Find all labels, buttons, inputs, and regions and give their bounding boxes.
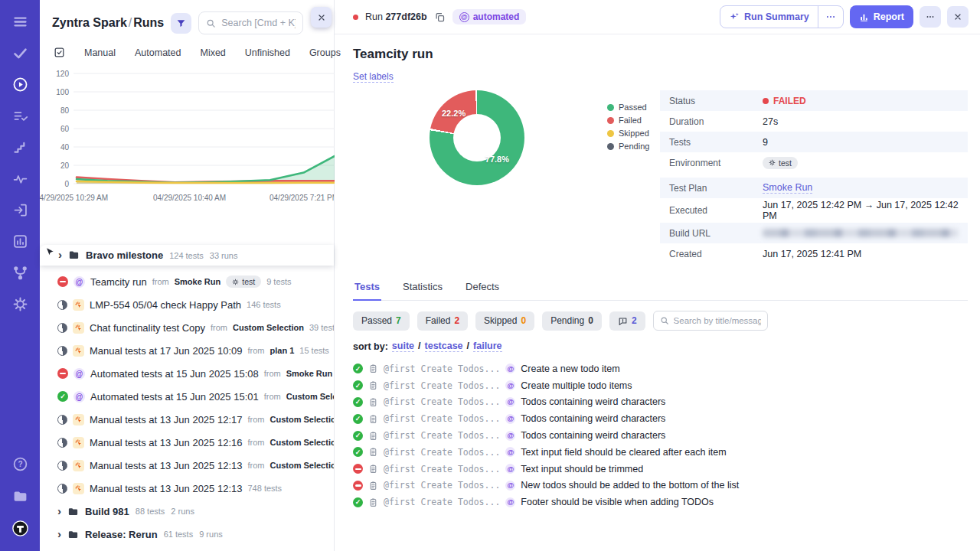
tests-search-input[interactable] — [674, 316, 761, 325]
milestone-row[interactable]: › Bravo milestone 124 tests 33 runs — [40, 245, 334, 266]
run-list-item[interactable]: Manual tests at 13 Jun 2025 12:16fromCus… — [40, 431, 334, 454]
test-row[interactable]: ✓@first Create Todos...@Todos containing… — [353, 410, 968, 427]
filter-pill-skipped[interactable]: Skipped0 — [475, 311, 534, 331]
bar-chart-icon[interactable] — [11, 232, 29, 250]
test-row[interactable]: @first Create Todos...@Text input should… — [353, 461, 968, 478]
test-row[interactable]: ✓@first Create Todos...@Text input field… — [353, 444, 968, 461]
test-row[interactable]: ✓@first Create Todos...@Todos containing… — [353, 394, 968, 411]
folder-icon — [68, 249, 80, 261]
run-list-item[interactable]: Chat functinality test CopyfromCustom Se… — [40, 316, 334, 339]
filter-pill-failed[interactable]: Failed2 — [417, 311, 468, 331]
tab-defects[interactable]: Defects — [464, 278, 501, 300]
run-list-item[interactable]: @Automated tests at 15 Jun 2025 15:08fro… — [40, 362, 334, 385]
play-circle-icon[interactable] — [11, 75, 29, 93]
gear-icon[interactable] — [11, 295, 29, 313]
runs-tab-manual[interactable]: Manual — [84, 47, 116, 58]
more-actions-button[interactable] — [920, 6, 941, 28]
filter-pill-pending[interactable]: Pending0 — [542, 311, 602, 331]
pulse-icon[interactable] — [11, 169, 29, 187]
run-list-item[interactable]: Manual tests at 13 Jun 2025 12:13748 tes… — [40, 477, 334, 500]
clipboard-icon — [368, 497, 378, 507]
folder-icon — [67, 506, 79, 517]
folder-runs-count: 2 runs — [171, 507, 194, 516]
filter-pill-comments[interactable]: 2 — [609, 311, 645, 331]
svg-text:0: 0 — [64, 180, 69, 188]
donut-failed-label: 22.2% — [442, 109, 466, 118]
svg-text:40: 40 — [60, 143, 70, 152]
run-source: Custom Selection — [270, 415, 334, 424]
run-item-title: Manual tests at 13 Jun 2025 12:13 — [90, 483, 242, 494]
copy-run-id-button[interactable] — [434, 11, 446, 23]
run-item-title: Manual tests at 17 Jun 2025 10:09 — [90, 345, 242, 357]
run-list-item[interactable]: Manual tests at 17 Jun 2025 10:09frompla… — [40, 339, 334, 362]
menu-icon[interactable] — [11, 12, 29, 31]
tab-statistics[interactable]: Statistics — [401, 278, 444, 300]
check-icon[interactable] — [11, 44, 29, 62]
set-labels-link[interactable]: Set labels — [353, 71, 394, 83]
tests-search[interactable] — [653, 311, 768, 331]
filter-pill-passed[interactable]: Passed7 — [353, 311, 410, 331]
chevron-right-icon[interactable]: › — [57, 528, 61, 540]
runs-tab-groups[interactable]: Groups — [309, 47, 341, 58]
branch-icon[interactable] — [11, 263, 29, 282]
folder-list-item[interactable]: ›Build 98188 tests2 runs — [40, 500, 334, 523]
runs-tab-mixed[interactable]: Mixed — [200, 47, 225, 58]
legend-item[interactable]: Failed — [607, 116, 649, 125]
sort-by-testcase[interactable]: testcase — [425, 341, 463, 352]
runs-tab-automated[interactable]: Automated — [135, 47, 181, 58]
run-list-item[interactable]: LMP-554 05/04 check Happy Path146 tests — [40, 293, 334, 316]
folder-list-item[interactable]: ›Release: Rerun61 tests9 runs — [40, 523, 334, 546]
steps-icon[interactable] — [11, 138, 29, 156]
test-row[interactable]: @first Create Todos...@New todos should … — [353, 478, 968, 494]
clipboard-icon — [368, 481, 378, 491]
sort-by-failure[interactable]: failure — [473, 341, 502, 352]
sort-by-suite[interactable]: suite — [392, 341, 414, 352]
manual-run-icon — [73, 483, 84, 494]
filter-button[interactable] — [171, 13, 191, 34]
test-plan-link[interactable]: Smoke Run — [763, 182, 812, 194]
run-list-item[interactable]: Manual tests at 13 Jun 2025 12:17fromCus… — [40, 408, 334, 431]
blurred-url — [763, 229, 958, 237]
detail-row: StatusFAILED — [660, 90, 968, 111]
list-check-icon[interactable] — [11, 106, 29, 125]
help-icon[interactable]: ? — [11, 455, 29, 473]
runs-tab-unfinished[interactable]: Unfinished — [245, 47, 290, 58]
test-filters-row: Passed7Failed2Skipped0Pending02 — [353, 311, 968, 331]
test-row[interactable]: ✓@first Create Todos...@Create multiple … — [353, 377, 968, 394]
multi-select-icon[interactable] — [54, 47, 65, 58]
run-list-item[interactable]: @Teamcity runfromSmoke Runtest9 tests — [40, 270, 334, 293]
import-icon[interactable] — [11, 201, 29, 219]
legend-item[interactable]: Passed — [607, 103, 649, 112]
run-summary-button[interactable]: Run Summary — [720, 6, 818, 28]
svg-text:80: 80 — [60, 106, 70, 115]
run-status-dot — [353, 15, 358, 20]
x-axis-label: 04/29/2025 10:40 AM — [153, 194, 226, 202]
milestone-name[interactable]: Bravo milestone — [86, 249, 163, 261]
folders-icon[interactable] — [11, 487, 29, 505]
chevron-right-icon[interactable]: › — [57, 505, 61, 517]
report-button[interactable]: Report — [850, 5, 913, 28]
logo-icon[interactable] — [11, 519, 29, 537]
chevron-right-icon[interactable]: › — [58, 249, 62, 260]
passed-status-icon: ✓ — [353, 414, 363, 424]
breadcrumb-project[interactable]: Zyntra Spark — [52, 16, 127, 29]
run-summary-more-button[interactable] — [818, 6, 843, 28]
run-item-title: Teamcity run — [90, 276, 147, 288]
test-row[interactable]: ✓@first Create Todos...@Todos containing… — [353, 427, 968, 444]
test-row[interactable]: ✓@first Create Todos...@Create a new tod… — [353, 360, 968, 377]
close-run-button[interactable] — [947, 6, 969, 28]
test-row[interactable]: ✓@first Create Todos...@Footer should be… — [353, 494, 968, 510]
runs-search[interactable] — [198, 11, 303, 34]
legend-item[interactable]: Pending — [607, 142, 649, 151]
manual-run-icon — [73, 299, 84, 311]
panel-close-button[interactable] — [311, 7, 332, 28]
run-list-item[interactable]: Manual tests at 13 Jun 2025 12:13fromCus… — [40, 454, 334, 477]
automated-test-icon: @ — [505, 414, 515, 424]
run-list-item[interactable]: ✓@Automated tests at 15 Jun 2025 15:01fr… — [40, 385, 334, 408]
runs-search-input[interactable] — [221, 18, 296, 28]
run-from-label: from — [247, 438, 264, 447]
legend-item[interactable]: Skipped — [607, 129, 649, 138]
passed-status-icon: ✓ — [353, 364, 363, 373]
automated-badge[interactable]: @automated — [452, 9, 527, 24]
tab-tests[interactable]: Tests — [353, 278, 381, 301]
